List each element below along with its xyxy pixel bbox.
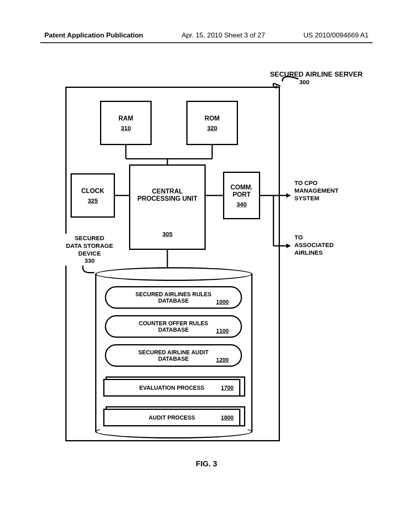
- process-audit: AUDIT PROCESS 1800: [103, 409, 244, 429]
- clock-block: CLOCK 325: [71, 173, 115, 218]
- external-cpo-label: TO CPO MANAGEMENT SYSTEM: [294, 179, 355, 202]
- cpu-label: CENTRAL PROCESSING UNIT: [138, 188, 197, 202]
- ram-ref: 310: [121, 125, 131, 131]
- ram-block: RAM 310: [100, 101, 152, 145]
- cpu-ref: 305: [162, 231, 172, 237]
- ram-label: RAM: [119, 115, 133, 122]
- header-center: Apr. 15, 2010 Sheet 3 of 27: [181, 31, 265, 39]
- svg-marker-8: [286, 193, 290, 198]
- clock-ref: 325: [88, 197, 98, 204]
- disk-rules-db: SECURED AIRLINES RULES DATABASE 1000: [105, 286, 242, 309]
- page-header: Patent Application Publication Apr. 15, …: [0, 31, 413, 39]
- comm-ref: 340: [236, 201, 246, 208]
- rom-block: ROM 320: [186, 101, 238, 145]
- external-airlines-label: TO ASSOCIATED AIRLINES: [294, 234, 355, 256]
- diagram-title-text: SECURED AIRLINE SERVER: [270, 71, 363, 78]
- process-evaluation: EVALUATION PROCESS 1700: [103, 379, 244, 399]
- diagram-title: SECURED AIRLINE SERVER: [270, 71, 363, 79]
- header-left: Patent Application Publication: [44, 31, 143, 39]
- header-rule: [40, 42, 373, 43]
- disk-audit-db: SECURED AIRLINE AUDIT DATABASE 1200: [105, 344, 242, 367]
- rom-label: ROM: [204, 115, 219, 122]
- comm-port-block: COMM. PORT 340: [223, 172, 260, 219]
- storage-label: SECURED DATA STORAGE DEVICE 330: [61, 234, 118, 266]
- disk-counter-offer-db: COUNTER OFFER RULES DATABASE 1100: [105, 315, 242, 338]
- header-right: US 2010/0094669 A1: [303, 31, 369, 39]
- figure-label: FIG. 3: [0, 459, 413, 468]
- svg-marker-11: [286, 243, 290, 248]
- rom-ref: 320: [207, 125, 217, 131]
- cylinder-top: [95, 267, 252, 281]
- cpu-block: CENTRAL PROCESSING UNIT 305: [129, 164, 206, 250]
- server-ref: 300: [299, 79, 309, 85]
- clock-label: CLOCK: [81, 187, 104, 195]
